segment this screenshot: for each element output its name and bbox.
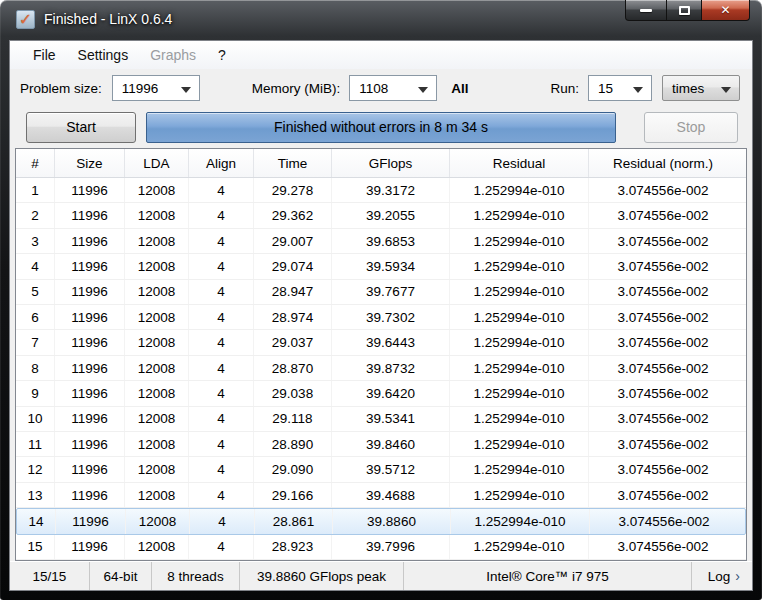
maximize-button[interactable] (667, 0, 701, 21)
table-row[interactable]: 111199612008428.89039.84601.252994e-0103… (16, 432, 746, 457)
table-cell: 3.074556e-002 (589, 432, 737, 456)
chevron-down-icon (181, 87, 191, 93)
table-cell: 39.4688 (332, 483, 450, 507)
table-cell: 12008 (125, 407, 189, 431)
table-row[interactable]: 51199612008428.94739.76771.252994e-0103.… (16, 280, 746, 305)
table-cell: 1.252994e-010 (450, 535, 589, 559)
table-cell: 39.5712 (332, 457, 450, 481)
problem-size-label: Problem size: (20, 81, 102, 96)
table-cell: 29.038 (254, 381, 332, 405)
table-cell: 3.074556e-002 (589, 483, 737, 507)
column-header-residual[interactable]: Residual (450, 149, 589, 177)
problem-size-combobox[interactable]: 11996 (112, 75, 200, 101)
table-cell: 4 (190, 509, 255, 533)
table-cell: 29.037 (254, 330, 332, 354)
table-cell: 29.074 (254, 254, 332, 278)
client-area: File Settings Graphs ? Problem size: 119… (9, 40, 753, 591)
run-combobox[interactable]: 15 (588, 75, 652, 101)
column-header-gflops[interactable]: GFlops (332, 149, 450, 177)
table-cell: 29.278 (254, 178, 332, 202)
table-row[interactable]: 101199612008429.11839.53411.252994e-0103… (16, 407, 746, 432)
table-cell: 29.166 (254, 483, 332, 507)
table-cell: 39.8860 (333, 509, 451, 533)
table-cell: 28.890 (254, 432, 332, 456)
times-value: times (672, 81, 704, 96)
column-header-index[interactable]: # (16, 149, 55, 177)
column-header-residual-norm[interactable]: Residual (norm.) (589, 149, 737, 177)
table-cell: 11996 (55, 280, 125, 304)
table-cell: 4 (16, 254, 55, 278)
table-row[interactable]: 151199612008428.92339.79961.252994e-0103… (16, 535, 746, 560)
run-label: Run: (550, 81, 579, 96)
status-arch: 64-bit (90, 562, 152, 590)
menu-file[interactable]: File (22, 43, 67, 67)
table-row[interactable]: 131199612008429.16639.46881.252994e-0103… (16, 483, 746, 508)
table-cell: 11996 (55, 432, 125, 456)
minimize-button[interactable] (625, 0, 667, 21)
table-cell: 11996 (55, 356, 125, 380)
log-toggle[interactable]: Log › (692, 562, 752, 590)
table-cell: 1.252994e-010 (450, 432, 589, 456)
table-cell: 1.252994e-010 (450, 254, 589, 278)
chevron-down-icon (633, 87, 643, 93)
table-cell: 1.252994e-010 (450, 178, 589, 202)
column-header-lda[interactable]: LDA (125, 149, 189, 177)
column-header-align[interactable]: Align (189, 149, 254, 177)
menu-graphs[interactable]: Graphs (139, 43, 207, 67)
table-cell: 1.252994e-010 (450, 330, 589, 354)
column-header-size[interactable]: Size (55, 149, 125, 177)
table-cell: 39.3172 (332, 178, 450, 202)
table-cell: 3.074556e-002 (590, 509, 738, 533)
status-gflops-peak: 39.8860 GFlops peak (240, 562, 404, 590)
table-row[interactable]: 21199612008429.36239.20551.252994e-0103.… (16, 203, 746, 228)
all-label[interactable]: All (451, 81, 468, 96)
table-cell: 11996 (55, 229, 125, 253)
table-cell: 28.947 (254, 280, 332, 304)
table-cell: 11996 (55, 381, 125, 405)
stop-button[interactable]: Stop (644, 112, 738, 143)
memory-combobox[interactable]: 1108 (349, 75, 437, 101)
table-row[interactable]: 41199612008429.07439.59341.252994e-0103.… (16, 254, 746, 279)
table-cell: 1 (16, 178, 55, 202)
table-cell: 12008 (126, 509, 190, 533)
times-combobox[interactable]: times (662, 75, 740, 101)
table-row[interactable]: 71199612008429.03739.64431.252994e-0103.… (16, 330, 746, 355)
table-cell: 11996 (55, 535, 125, 559)
table-cell: 3.074556e-002 (589, 356, 737, 380)
table-cell: 12008 (125, 356, 189, 380)
table-row[interactable]: 141199612008428.86139.88601.252994e-0103… (16, 508, 746, 534)
menu-help[interactable]: ? (207, 43, 237, 67)
table-cell: 2 (16, 203, 55, 227)
table-row[interactable]: 121199612008429.09039.57121.252994e-0103… (16, 457, 746, 482)
table-cell: 10 (16, 407, 55, 431)
titlebar[interactable]: ✓ Finished - LinX 0.6.4 ✕ (0, 0, 762, 40)
table-cell: 6 (16, 305, 55, 329)
table-cell: 13 (16, 483, 55, 507)
start-button[interactable]: Start (26, 112, 136, 143)
close-button[interactable]: ✕ (701, 0, 750, 21)
menu-settings[interactable]: Settings (67, 43, 140, 67)
table-row[interactable]: 61199612008428.97439.73021.252994e-0103.… (16, 305, 746, 330)
table-cell: 11 (16, 432, 55, 456)
table-cell: 39.7677 (332, 280, 450, 304)
table-cell: 3.074556e-002 (589, 381, 737, 405)
table-cell: 1.252994e-010 (450, 280, 589, 304)
table-cell: 39.7996 (332, 535, 450, 559)
column-header-time[interactable]: Time (254, 149, 332, 177)
table-cell: 11996 (55, 203, 125, 227)
table-cell: 3 (16, 229, 55, 253)
table-row[interactable]: 91199612008429.03839.64201.252994e-0103.… (16, 381, 746, 406)
table-row[interactable]: 11199612008429.27839.31721.252994e-0103.… (16, 178, 746, 203)
table-cell: 3.074556e-002 (589, 229, 737, 253)
table-cell: 14 (17, 509, 56, 533)
table-row[interactable]: 81199612008428.87039.87321.252994e-0103.… (16, 356, 746, 381)
table-row[interactable]: 31199612008429.00739.68531.252994e-0103.… (16, 229, 746, 254)
table-cell: 11996 (55, 178, 125, 202)
table-cell: 12008 (125, 254, 189, 278)
table-cell: 11996 (55, 457, 125, 481)
table-cell: 4 (189, 457, 254, 481)
table-cell: 12008 (125, 381, 189, 405)
app-icon[interactable]: ✓ (16, 10, 35, 29)
results-table: # Size LDA Align Time GFlops Residual Re… (15, 148, 747, 561)
window-controls: ✕ (625, 0, 750, 21)
